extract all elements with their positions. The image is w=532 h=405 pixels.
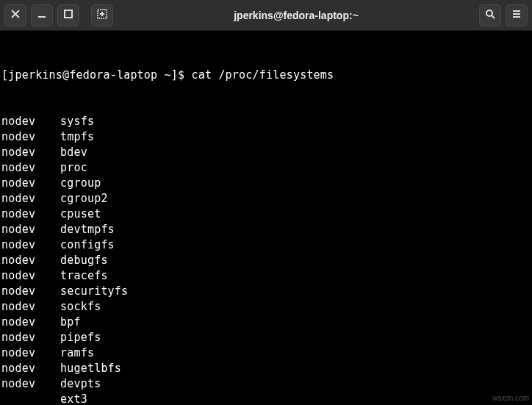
minimize-icon <box>37 8 47 22</box>
fs-flag: nodev <box>1 145 60 160</box>
output-line: nodevcgroup <box>1 176 531 191</box>
output-line: nodevtracefs <box>1 268 531 284</box>
fs-flag: nodev <box>1 129 60 145</box>
fs-name: securityfs <box>60 284 128 298</box>
maximize-button[interactable] <box>57 4 79 26</box>
fs-flag: nodev <box>1 207 60 222</box>
output-line: nodevcgroup2 <box>1 191 531 207</box>
titlebar: jperkins@fedora-laptop:~ <box>0 0 532 31</box>
minimize-button[interactable] <box>31 4 53 26</box>
fs-flag: nodev <box>1 160 60 176</box>
output-line: nodevproc <box>1 160 531 176</box>
fs-name: debugfs <box>60 254 108 267</box>
terminal-content[interactable]: [jperkins@fedora-laptop ~]$ cat /proc/fi… <box>0 31 532 405</box>
output-line: nodevpipefs <box>1 330 531 345</box>
output-line: nodevcpuset <box>1 207 531 222</box>
window-title: jperkins@fedora-laptop:~ <box>118 10 475 21</box>
svg-line-8 <box>492 15 495 18</box>
fs-flag: nodev <box>1 315 60 330</box>
fs-name: hugetlbfs <box>60 362 121 375</box>
output-line: nodevsockfs <box>1 299 531 315</box>
menu-button[interactable] <box>506 4 528 26</box>
svg-point-7 <box>486 10 492 16</box>
fs-name: proc <box>60 161 87 174</box>
fs-name: pipefs <box>60 331 101 344</box>
fs-flag: nodev <box>1 299 60 315</box>
close-button[interactable] <box>4 4 26 26</box>
fs-flag: nodev <box>1 222 60 237</box>
fs-name: sockfs <box>60 300 101 313</box>
prompt-command: cat /proc/filesystems <box>191 68 334 82</box>
fs-name: ext3 <box>60 393 87 405</box>
fs-name: bpf <box>60 315 81 329</box>
output-lines: nodevsysfsnodevtmpfsnodevbdevnodevprocno… <box>1 114 531 405</box>
output-line: nodevdevtmpfs <box>1 222 531 237</box>
fs-flag: nodev <box>1 330 60 345</box>
fs-name: tmpfs <box>60 130 94 143</box>
fs-flag: nodev <box>1 253 60 268</box>
fs-name: devtmpfs <box>60 223 115 236</box>
output-line: nodevconfigfs <box>1 237 531 253</box>
fs-name: sysfs <box>60 115 94 128</box>
fs-name: tracefs <box>60 269 108 282</box>
output-line: nodevhugetlbfs <box>1 361 531 376</box>
fs-name: cgroup <box>60 176 101 190</box>
fs-flag: nodev <box>1 268 60 284</box>
fs-flag: nodev <box>1 114 60 129</box>
new-tab-icon <box>97 8 107 22</box>
prompt-line: [jperkins@fedora-laptop ~]$ cat /proc/fi… <box>1 68 531 83</box>
new-tab-button[interactable] <box>91 4 113 26</box>
fs-name: devpts <box>60 377 101 390</box>
output-line: nodevtmpfs <box>1 129 531 145</box>
output-line: nodevbdev <box>1 145 531 160</box>
fs-flag: nodev <box>1 284 60 299</box>
fs-name: configfs <box>60 238 115 251</box>
fs-name: bdev <box>60 146 87 159</box>
output-line: nodevbpf <box>1 315 531 330</box>
output-line: ext3 <box>1 392 531 405</box>
search-button[interactable] <box>479 4 501 26</box>
fs-flag: nodev <box>1 361 60 376</box>
output-line: nodevdevpts <box>1 376 531 392</box>
fs-flag: nodev <box>1 237 60 253</box>
close-icon <box>10 8 21 22</box>
hamburger-icon <box>511 8 522 22</box>
output-line: nodevsecurityfs <box>1 284 531 299</box>
output-line: nodevramfs <box>1 345 531 361</box>
svg-rect-3 <box>65 10 72 18</box>
prompt-prefix: [jperkins@fedora-laptop ~]$ <box>1 68 191 82</box>
fs-flag: nodev <box>1 345 60 361</box>
fs-name: ramfs <box>60 346 94 359</box>
maximize-icon <box>63 8 73 22</box>
fs-name: cpuset <box>60 207 101 221</box>
fs-flag: nodev <box>1 376 60 392</box>
search-icon <box>485 8 495 22</box>
fs-flag: nodev <box>1 176 60 191</box>
fs-name: cgroup2 <box>60 192 108 205</box>
fs-flag: nodev <box>1 191 60 207</box>
output-line: nodevsysfs <box>1 114 531 129</box>
output-line: nodevdebugfs <box>1 253 531 268</box>
